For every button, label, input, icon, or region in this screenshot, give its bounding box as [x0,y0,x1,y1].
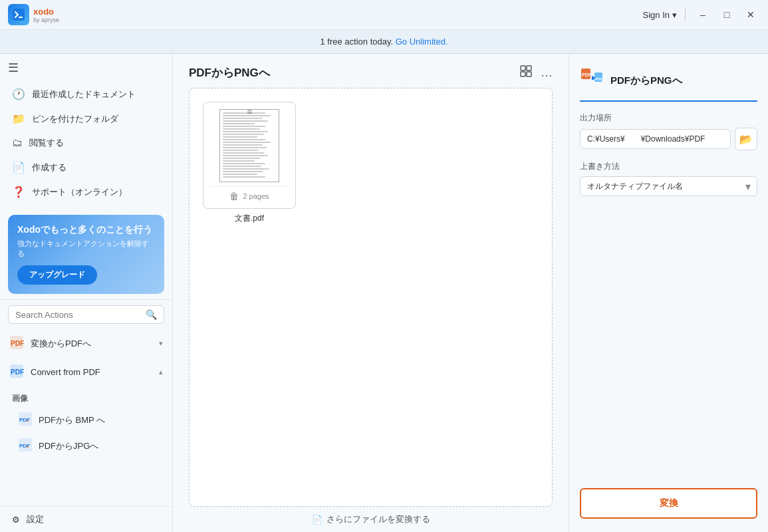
right-panel-header: PDF ▸ PNG PDFからPNGへ [580,67,757,102]
output-input-row: 📂 [580,128,757,150]
promo-box: Xodoでもっと多くのことを行う 強力なドキュメントアクションを解除する アップ… [8,215,164,294]
action-pdf-to-bmp[interactable]: PDF ▸ PDFから BMP へ [0,407,172,433]
delete-file-button[interactable]: 🗑 [229,191,239,201]
add-files-button[interactable]: 📄 さらにファイルを変換する [312,513,430,525]
sidebar-item-recent[interactable]: 🕐 最近作成したドキュメント [0,82,172,106]
file-preview [219,109,279,182]
action-category-label: 変換からPDFへ [31,338,91,350]
main-layout: ☰ 🕐 最近作成したドキュメント 📁 ピンを付けたフォルダ 🗂 閲覧する 📄 作… [0,54,768,532]
browse-icon: 🗂 [12,137,23,149]
sidebar-item-browse[interactable]: 🗂 閲覧する [0,131,172,155]
sidebar-item-label: 閲覧する [29,137,64,149]
sidebar-item-create[interactable]: 📄 作成する [0,155,172,180]
overwrite-select[interactable]: オルタナティブファイル名 上書き スキップ [580,176,757,196]
action-category-from-pdf[interactable]: PDF Convert from PDF ▴ [0,358,172,386]
minimize-button[interactable]: – [694,8,712,21]
title-bar-right: Sign In ▾ – □ ✕ [643,8,760,21]
convert-button[interactable]: 変換 [580,488,757,519]
menu-icon[interactable]: ☰ [8,61,19,74]
add-files-label: さらにファイルを変換する [326,513,430,525]
close-button[interactable]: ✕ [741,8,760,21]
svg-rect-11 [521,66,525,70]
clock-icon: 🕐 [12,88,25,100]
sidebar-item-pinned[interactable]: 📁 ピンを付けたフォルダ [0,106,172,131]
divider [685,8,686,21]
upgrade-button[interactable]: アップグレード [17,265,97,285]
logo-name: xodo [33,7,59,17]
pdf-to-bmp-icon: PDF ▸ [19,412,32,428]
actions-list: PDF 変換からPDFへ ▾ PDF Convert from PDF ▴ 画像 [0,329,172,506]
output-label: 出力場所 [580,112,757,124]
top-bar-message: 1 free action today. [320,37,394,47]
browse-output-button[interactable]: 📂 [735,128,757,150]
more-options-button[interactable]: … [541,65,553,81]
file-name: 文書.pdf [235,213,264,224]
logo-sub: by apryse [33,17,59,23]
svg-rect-12 [527,66,531,70]
sidebar-nav: 🕐 最近作成したドキュメント 📁 ピンを付けたフォルダ 🗂 閲覧する 📄 作成す… [0,82,172,209]
sub-header-images: 画像 [0,386,172,407]
sidebar-item-label: ピンを付けたフォルダ [32,113,118,125]
folder-icon: 📂 [739,133,753,146]
svg-text:PNG: PNG [595,77,604,81]
pdf-to-jpg-label: PDFからJPGへ [39,440,98,452]
title-bar: xodo by apryse Sign In ▾ – □ ✕ [0,0,768,30]
settings-label: 設定 [27,513,44,525]
output-location-group: 出力場所 📂 [580,112,757,150]
create-icon: 📄 [12,161,25,174]
settings-nav-item[interactable]: ⚙ 設定 [0,506,172,532]
sidebar: ☰ 🕐 最近作成したドキュメント 📁 ピンを付けたフォルダ 🗂 閲覧する 📄 作… [0,54,173,532]
svg-rect-13 [521,72,525,76]
file-card: ≡ [203,102,296,224]
right-panel-title: PDFからPNGへ [610,74,682,87]
promo-title: Xodoでもっと多くのことを行う [17,224,155,236]
svg-text:▸: ▸ [27,444,29,448]
maximize-button[interactable]: □ [717,8,736,21]
sidebar-top: ☰ [0,54,172,82]
search-box: 🔍 [8,305,164,324]
convert-from-pdf-icon: PDF [9,364,24,380]
file-preview-lines [223,112,276,179]
bottom-area: 📄 さらにファイルを変換する [173,507,569,532]
support-icon: ❓ [12,186,25,198]
folder-pin-icon: 📁 [12,112,25,125]
pdf-to-bmp-label: PDFから BMP へ [39,414,105,426]
window-controls: – □ ✕ [694,8,760,21]
xodo-logo-icon [8,4,29,25]
file-card-inner: ≡ [203,102,296,209]
action-category-label: Convert from PDF [31,367,100,377]
go-unlimited-link[interactable]: Go Unlimited. [396,37,448,47]
search-icon: 🔍 [146,309,157,320]
content-header: PDFからPNGへ … [173,54,569,88]
convert-to-pdf-icon: PDF [9,335,24,352]
overwrite-group: 上書き方法 オルタナティブファイル名 上書き スキップ [580,161,757,196]
svg-text:▸: ▸ [27,418,29,422]
right-panel: PDF ▸ PNG PDFからPNGへ 出力場所 📂 上書き方法 オル [569,54,768,532]
promo-subtitle: 強力なドキュメントアクションを解除する [17,239,155,259]
grid-view-button[interactable] [519,65,533,81]
chevron-down-icon: ▾ [159,339,163,348]
drop-zone-area: ≡ [173,88,569,507]
content-area: PDFからPNGへ … ≡ [173,54,569,532]
svg-text:PDF: PDF [11,368,24,376]
file-menu-icon: ≡ [247,106,252,117]
sign-in-button[interactable]: Sign In ▾ [643,10,677,20]
svg-text:PDF: PDF [582,72,592,77]
overwrite-label: 上書き方法 [580,161,757,172]
file-actions-row: 🗑 2 pages [210,186,289,201]
pdf-to-jpg-icon: PDF ▸ [19,438,32,454]
chevron-up-icon: ▴ [159,368,163,376]
page-count: 2 pages [243,192,269,200]
search-area: 🔍 [0,299,172,329]
action-category-to-pdf[interactable]: PDF 変換からPDFへ ▾ [0,329,172,358]
top-bar: 1 free action today. Go Unlimited. [0,30,768,54]
sidebar-item-support[interactable]: ❓ サポート（オンライン） [0,180,172,204]
logo-text: xodo by apryse [33,7,59,23]
sidebar-item-label: 作成する [32,162,66,174]
sidebar-item-label: サポート（オンライン） [32,186,127,198]
search-input[interactable] [15,310,142,320]
page-title: PDFからPNGへ [189,65,270,80]
svg-text:PDF: PDF [11,340,24,347]
action-pdf-to-jpg[interactable]: PDF ▸ PDFからJPGへ [0,433,172,459]
output-path-input[interactable] [580,129,731,149]
